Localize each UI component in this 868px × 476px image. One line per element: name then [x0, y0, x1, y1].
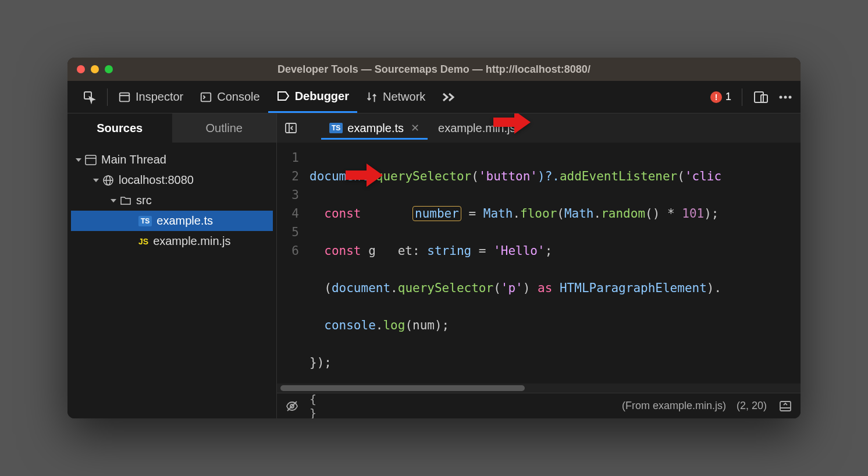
toggle-sidebar-button[interactable] — [283, 120, 299, 136]
panel-bottom-icon — [779, 400, 792, 413]
tab-inspector[interactable]: Inspector — [110, 81, 191, 113]
code-body: document.querySelector('button')?.addEve… — [305, 143, 801, 383]
pretty-print-button[interactable]: { } — [310, 398, 326, 414]
editor-tabs: TS example.ts ✕ example.min.js — [277, 113, 801, 143]
js-icon: JS — [138, 237, 148, 246]
tree-file-example-ts[interactable]: TS example.ts — [71, 211, 273, 231]
toggle-panel-button[interactable] — [777, 398, 794, 414]
blackbox-button[interactable] — [284, 398, 300, 414]
chevron-down-icon — [93, 179, 99, 182]
titlebar: Developer Tools — Sourcemaps Demo — http… — [67, 58, 801, 81]
editor-tab-example-ts[interactable]: TS example.ts ✕ — [321, 117, 428, 140]
maximize-button[interactable] — [105, 65, 113, 73]
line-number: 3 — [277, 186, 299, 204]
sidebar: Sources Outline Main Thread localhost:80… — [67, 113, 277, 418]
svg-rect-9 — [86, 155, 96, 165]
chevron-down-icon — [111, 199, 116, 203]
cursor-position: (2, 20) — [737, 400, 767, 412]
traffic-lights — [77, 65, 113, 73]
ts-icon: TS — [329, 123, 343, 133]
line-number: 4 — [277, 204, 299, 223]
footer-right: (From example.min.js) (2, 20) — [622, 398, 794, 414]
horizontal-scrollbar[interactable] — [277, 383, 801, 393]
line-number: 6 — [277, 241, 299, 260]
svg-rect-1 — [120, 93, 130, 101]
svg-rect-4 — [755, 92, 763, 102]
error-count-value: 1 — [725, 91, 731, 103]
error-count[interactable]: ! 1 — [710, 91, 731, 103]
source-tree: Main Thread localhost:8080 src TS exampl… — [67, 143, 276, 258]
toolbar: Inspector Console Debugger Network ! 1 — [67, 81, 801, 113]
tree-host[interactable]: localhost:8080 — [71, 170, 273, 190]
tree-file-ts-label: example.ts — [156, 214, 213, 228]
svg-point-7 — [784, 95, 787, 98]
separator — [107, 88, 108, 106]
window-icon — [85, 155, 97, 165]
svg-point-6 — [780, 95, 782, 98]
scrollbar-thumb[interactable] — [280, 385, 525, 391]
globe-icon — [102, 175, 114, 186]
editor-tab-example-min-js[interactable]: example.min.js — [430, 117, 524, 140]
devtools-window: Developer Tools — Sourcemaps Demo — http… — [67, 58, 801, 418]
tab-network-label: Network — [383, 90, 425, 104]
window-title: Developer Tools — Sourcemaps Demo — http… — [67, 63, 801, 76]
tree-host-label: localhost:8080 — [119, 173, 194, 187]
responsive-mode-button[interactable] — [753, 89, 769, 105]
separator — [742, 88, 742, 106]
sidebar-tab-outline[interactable]: Outline — [172, 113, 277, 143]
tab-console[interactable]: Console — [191, 81, 268, 113]
line-number: 5 — [277, 223, 299, 241]
minimize-button[interactable] — [91, 65, 99, 73]
chevron-down-icon — [76, 158, 81, 162]
close-tab-button[interactable]: ✕ — [411, 122, 419, 134]
close-button[interactable] — [77, 65, 85, 73]
tab-debugger[interactable]: Debugger — [268, 81, 357, 113]
more-menu-button[interactable] — [777, 89, 794, 105]
tab-inspector-label: Inspector — [136, 90, 183, 104]
tree-main-thread[interactable]: Main Thread — [71, 150, 273, 170]
eye-off-icon — [286, 400, 298, 413]
sourcemap-origin-label: (From example.min.js) — [622, 400, 726, 412]
tree-file-js-label: example.min.js — [153, 235, 230, 248]
line-number: 2 — [277, 167, 299, 186]
tree-main-thread-label: Main Thread — [101, 153, 166, 166]
error-icon: ! — [710, 91, 722, 103]
inspector-icon — [118, 91, 131, 104]
editor-area: TS example.ts ✕ example.min.js 1 2 3 4 5… — [277, 113, 801, 418]
debugger-icon — [276, 90, 290, 102]
tree-file-example-min-js[interactable]: JS example.min.js — [71, 231, 273, 251]
editor-tab-js-label: example.min.js — [438, 122, 515, 135]
gutter: 1 2 3 4 5 6 — [277, 143, 305, 383]
panel-left-icon — [284, 122, 297, 134]
tree-folder-src[interactable]: src — [71, 190, 273, 211]
responsive-icon — [753, 90, 769, 104]
editor-tab-ts-label: example.ts — [347, 122, 404, 135]
svg-point-8 — [789, 95, 792, 98]
tab-network[interactable]: Network — [357, 81, 433, 113]
pick-element-button[interactable] — [74, 81, 105, 113]
tab-debugger-label: Debugger — [295, 90, 349, 103]
folder-icon — [120, 196, 131, 206]
content: Sources Outline Main Thread localhost:80… — [67, 113, 801, 418]
tab-console-label: Console — [217, 90, 259, 104]
sidebar-tab-sources[interactable]: Sources — [67, 113, 172, 143]
line-number: 1 — [277, 148, 299, 167]
code-editor[interactable]: 1 2 3 4 5 6 document.querySelector('butt… — [277, 143, 801, 383]
chevron-double-right-icon — [442, 91, 457, 104]
svg-rect-3 — [201, 93, 211, 101]
highlighted-type: number — [412, 206, 461, 221]
sidebar-tabs: Sources Outline — [67, 113, 276, 143]
svg-rect-5 — [761, 95, 767, 102]
overflow-tabs[interactable] — [433, 81, 465, 113]
picker-icon — [83, 90, 97, 104]
ts-icon: TS — [138, 216, 152, 226]
network-icon — [365, 91, 378, 104]
console-icon — [200, 91, 212, 104]
more-icon — [778, 95, 792, 100]
tree-folder-label: src — [136, 194, 152, 207]
editor-footer: { } (From example.min.js) (2, 20) — [277, 393, 801, 418]
toolbar-right: ! 1 — [710, 88, 794, 106]
